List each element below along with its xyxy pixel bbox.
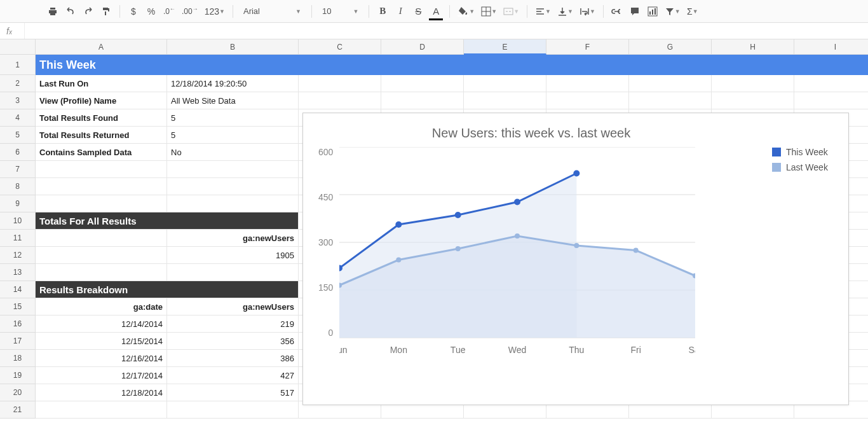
meta-value[interactable]: No — [167, 144, 299, 161]
meta-label[interactable]: View (Profile) Name — [36, 92, 167, 109]
column-header[interactable]: F — [546, 39, 629, 55]
font-family-dropdown[interactable]: Arial▼ — [238, 3, 306, 20]
row-header[interactable]: 13 — [0, 264, 36, 281]
select-all-corner[interactable] — [0, 39, 36, 55]
cell[interactable] — [36, 161, 167, 178]
breakdown-date[interactable]: 12/18/2014 — [36, 384, 167, 401]
row-header[interactable]: 18 — [0, 350, 36, 367]
text-color-button[interactable]: A — [428, 3, 444, 20]
row-header[interactable]: 9 — [0, 195, 36, 212]
row-header[interactable]: 12 — [0, 247, 36, 264]
cell[interactable] — [299, 75, 381, 92]
meta-label[interactable]: Total Results Found — [36, 109, 167, 127]
column-header[interactable]: E — [464, 39, 546, 55]
breakdown-col-metric[interactable]: ga:newUsers — [167, 298, 299, 316]
formula-input[interactable] — [24, 23, 868, 39]
paint-format-icon[interactable] — [98, 3, 114, 20]
meta-value[interactable]: 5 — [167, 109, 299, 127]
breakdown-value[interactable]: 386 — [167, 350, 299, 367]
cell[interactable] — [546, 75, 629, 92]
cell[interactable] — [299, 92, 381, 109]
insert-comment-icon[interactable] — [627, 3, 643, 20]
italic-button[interactable]: I — [392, 3, 409, 20]
breakdown-date[interactable]: 12/17/2014 — [36, 367, 167, 384]
breakdown-col-date[interactable]: ga:date — [36, 298, 167, 316]
meta-value[interactable]: 5 — [167, 127, 299, 144]
cell[interactable] — [167, 264, 299, 281]
row-header[interactable]: 15 — [0, 298, 36, 316]
row-header[interactable]: 4 — [0, 109, 36, 127]
breakdown-value[interactable]: 356 — [167, 333, 299, 350]
meta-label[interactable]: Contains Sampled Data — [36, 144, 167, 161]
cell[interactable] — [464, 92, 546, 109]
cell[interactable] — [629, 75, 712, 92]
undo-icon[interactable] — [62, 3, 79, 20]
column-header[interactable]: A — [36, 39, 167, 55]
format-percent-icon[interactable]: % — [143, 3, 159, 20]
breakdown-value[interactable]: 517 — [167, 384, 299, 401]
cell[interactable] — [36, 178, 167, 195]
breakdown-value[interactable]: 427 — [167, 367, 299, 384]
cell[interactable] — [167, 401, 299, 419]
more-formats-button[interactable]: 123 ▼ — [202, 3, 227, 20]
cell[interactable] — [794, 75, 868, 92]
cell[interactable] — [381, 75, 464, 92]
breakdown-date[interactable]: 12/14/2014 — [36, 316, 167, 333]
cell[interactable] — [167, 161, 299, 178]
breakdown-value[interactable]: 219 — [167, 316, 299, 333]
row-header[interactable]: 3 — [0, 92, 36, 109]
cell[interactable] — [36, 230, 167, 247]
borders-button[interactable]: ▼ — [478, 3, 499, 20]
row-header[interactable]: 2 — [0, 75, 36, 92]
breakdown-date[interactable]: 12/15/2014 — [36, 333, 167, 350]
column-header[interactable]: D — [381, 39, 464, 55]
row-header[interactable]: 21 — [0, 401, 36, 419]
vertical-align-button[interactable]: ▼ — [555, 3, 576, 20]
strikethrough-button[interactable]: S — [410, 3, 426, 20]
cell[interactable] — [167, 178, 299, 195]
font-size-dropdown[interactable]: 10▼ — [317, 3, 363, 20]
column-header[interactable]: B — [167, 39, 299, 55]
meta-label[interactable]: Total Results Returned — [36, 127, 167, 144]
row-header[interactable]: 6 — [0, 144, 36, 161]
row-header[interactable]: 14 — [0, 281, 36, 298]
cell[interactable] — [629, 92, 712, 109]
increase-decimal-icon[interactable]: .00→ — [179, 3, 201, 20]
row-header[interactable]: 17 — [0, 333, 36, 350]
cell[interactable] — [712, 92, 794, 109]
meta-value[interactable]: All Web Site Data — [167, 92, 299, 109]
column-header[interactable]: H — [712, 39, 794, 55]
column-header[interactable]: G — [629, 39, 712, 55]
cell[interactable] — [167, 195, 299, 212]
cell[interactable] — [381, 92, 464, 109]
cell[interactable] — [712, 75, 794, 92]
horizontal-align-button[interactable]: ▼ — [532, 3, 553, 20]
breakdown-date[interactable]: 12/16/2014 — [36, 350, 167, 367]
fill-color-button[interactable]: ▼ — [455, 3, 477, 20]
insert-chart-icon[interactable] — [644, 3, 661, 20]
embedded-chart[interactable]: New Users: this week vs. last week 60045… — [302, 113, 849, 405]
row-header[interactable]: 7 — [0, 161, 36, 178]
meta-label[interactable]: Last Run On — [36, 75, 167, 92]
cell[interactable] — [36, 264, 167, 281]
row-header[interactable]: 10 — [0, 212, 36, 230]
meta-value[interactable]: 12/18/2014 19:20:50 — [167, 75, 299, 92]
print-icon[interactable] — [44, 3, 61, 20]
redo-icon[interactable] — [80, 3, 97, 20]
cell[interactable] — [794, 92, 868, 109]
cell[interactable] — [36, 195, 167, 212]
row-header[interactable]: 5 — [0, 127, 36, 144]
cell[interactable] — [36, 247, 167, 264]
insert-link-icon[interactable] — [609, 3, 625, 20]
row-header[interactable]: 19 — [0, 367, 36, 384]
row-header[interactable]: 8 — [0, 178, 36, 195]
row-header[interactable]: 16 — [0, 316, 36, 333]
column-header[interactable]: C — [299, 39, 381, 55]
decrease-decimal-icon[interactable]: .0← — [161, 3, 178, 20]
row-header[interactable]: 11 — [0, 230, 36, 247]
merge-cells-button[interactable]: ▼ — [501, 3, 522, 20]
functions-icon[interactable]: Σ ▼ — [684, 3, 701, 20]
cell[interactable] — [36, 401, 167, 419]
text-wrap-button[interactable]: ▼ — [577, 3, 598, 20]
row-header[interactable]: 20 — [0, 384, 36, 401]
